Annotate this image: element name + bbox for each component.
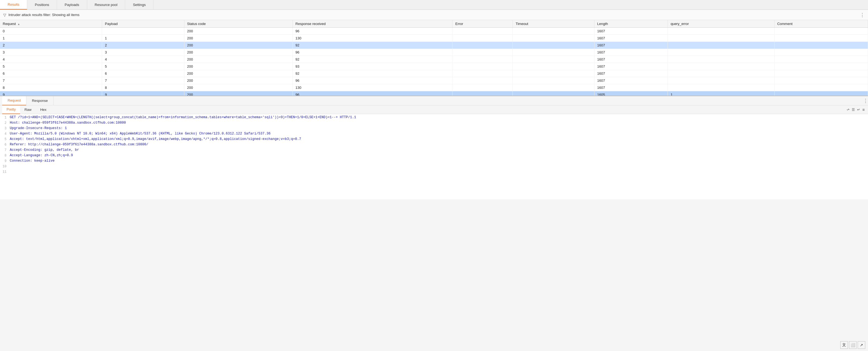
line-content: GET /?id=1+AND+(SELECT+CASE+WHEN+(LENGTH… (10, 115, 868, 119)
table-row[interactable]: 22200921607 (0, 42, 868, 49)
filter-left: ▽ Intruder attack results filter: Showin… (3, 13, 80, 17)
table-row[interactable]: 882001301607 (0, 84, 868, 91)
table-body: 0200961607112001301607222009216073320096… (0, 28, 868, 96)
line-content: Upgrade-Insecure-Requests: 1 (10, 126, 868, 130)
line-content: Host: challenge-059f3f617e44388a.sandbox… (10, 121, 868, 125)
cell-timeout (513, 49, 594, 56)
cell-request: 7 (0, 77, 102, 84)
bottom-panel-menu-button[interactable]: ⋮ (863, 98, 868, 104)
cell-timeout (513, 28, 594, 35)
filter-bar: ▽ Intruder attack results filter: Showin… (0, 10, 868, 20)
code-tabs-bar: Pretty Raw Hex ↗ ☰ ↵ ≡ (0, 106, 868, 114)
cell-error (453, 56, 513, 63)
cell-error (453, 28, 513, 35)
bottom-tabs-bar: Request Response ⋮ (0, 96, 868, 106)
col-payload[interactable]: Payload (102, 20, 184, 28)
cell-request: 9 (0, 91, 102, 96)
cell-status_code: 200 (184, 84, 292, 91)
filter-icon: ▽ (3, 13, 6, 17)
code-tab-pretty[interactable]: Pretty (2, 106, 20, 114)
cell-query_error (668, 35, 775, 42)
code-tab-hex[interactable]: Hex (36, 106, 51, 114)
tab-settings[interactable]: Settings (125, 0, 153, 9)
table-row[interactable]: 0200961607 (0, 28, 868, 35)
cell-request: 0 (0, 28, 102, 35)
col-timeout[interactable]: Timeout (513, 20, 594, 28)
cell-query_error (668, 49, 775, 56)
line-number: 10 (0, 164, 10, 169)
col-response-received[interactable]: Response received (292, 20, 453, 28)
cell-payload: 9 (102, 91, 184, 96)
line-number: 3 (0, 126, 10, 130)
tab-positions[interactable]: Positions (27, 0, 57, 9)
col-status-code[interactable]: Status code (184, 20, 292, 28)
col-error[interactable]: Error (453, 20, 513, 28)
no-wrap-icon[interactable]: ↗ (846, 108, 849, 112)
cell-query_error (668, 84, 775, 91)
table-row[interactable]: 992009616051 (0, 91, 868, 96)
cell-payload: 3 (102, 49, 184, 56)
code-line: 9Connection: keep-alive (0, 159, 868, 164)
cell-length: 1607 (594, 56, 668, 63)
cell-length: 1607 (594, 35, 668, 42)
bottom-panel: Request Response ⋮ Pretty Raw Hex ↗ ☰ ↵ … (0, 96, 868, 199)
tab-results[interactable]: Results (0, 0, 27, 9)
col-comment[interactable]: Comment (774, 20, 868, 28)
code-line: 5Accept: text/html,application/xhtml+xml… (0, 137, 868, 142)
table-row[interactable]: 33200961607 (0, 49, 868, 56)
cell-error (453, 77, 513, 84)
cell-comment (774, 42, 868, 49)
tab-request[interactable]: Request (2, 96, 26, 106)
line-content: User-Agent: Mozilla/5.0 (Windows NT 10.0… (10, 132, 868, 136)
cell-status_code: 200 (184, 63, 292, 70)
line-content: Connection: keep-alive (10, 159, 868, 163)
cell-request: 2 (0, 42, 102, 49)
cell-length: 1607 (594, 49, 668, 56)
line-number: 7 (0, 148, 10, 152)
table-row[interactable]: 44200921607 (0, 56, 868, 63)
tab-resource-pool[interactable]: Resource pool (87, 0, 125, 9)
main-tabs-bar: ResultsPositionsPayloadsResource poolSet… (0, 0, 868, 10)
cell-timeout (513, 70, 594, 77)
table-row[interactable]: 55200931607 (0, 63, 868, 70)
table-row[interactable]: 112001301607 (0, 35, 868, 42)
code-line: 3Upgrade-Insecure-Requests: 1 (0, 126, 868, 131)
cell-comment (774, 91, 868, 96)
code-line: 7Accept-Encoding: gzip, deflate, br (0, 148, 868, 153)
results-table: Request ▲ Payload Status code Response r… (0, 20, 868, 96)
cell-status_code: 200 (184, 56, 292, 63)
cell-request: 5 (0, 63, 102, 70)
cell-length: 1607 (594, 63, 668, 70)
cell-timeout (513, 63, 594, 70)
newline-icon[interactable]: ↵ (857, 108, 860, 112)
cell-comment (774, 49, 868, 56)
cell-comment (774, 70, 868, 77)
cell-response_received: 92 (292, 70, 453, 77)
cell-status_code: 200 (184, 35, 292, 42)
cell-query_error (668, 42, 775, 49)
col-request[interactable]: Request ▲ (0, 20, 102, 28)
table-row[interactable]: 66200921607 (0, 70, 868, 77)
col-length[interactable]: Length (594, 20, 668, 28)
cell-response_received: 130 (292, 35, 453, 42)
filter-menu-button[interactable]: ⋮ (860, 12, 865, 18)
wrap-icon[interactable]: ☰ (852, 108, 855, 112)
cell-timeout (513, 56, 594, 63)
cell-query_error (668, 70, 775, 77)
col-query-error[interactable]: query_error (668, 20, 775, 28)
tab-response[interactable]: Response (26, 96, 54, 106)
table-row[interactable]: 77200961607 (0, 77, 868, 84)
code-tab-raw[interactable]: Raw (20, 106, 36, 114)
cell-query_error: 1 (668, 91, 775, 96)
line-number: 11 (0, 170, 10, 174)
cell-error (453, 42, 513, 49)
tab-payloads[interactable]: Payloads (57, 0, 87, 9)
cell-payload (102, 28, 184, 35)
cell-query_error (668, 56, 775, 63)
menu-icon[interactable]: ≡ (862, 107, 865, 112)
line-number: 4 (0, 132, 10, 136)
cell-length: 1607 (594, 77, 668, 84)
line-number: 2 (0, 121, 10, 125)
cell-response_received: 92 (292, 56, 453, 63)
cell-comment (774, 56, 868, 63)
